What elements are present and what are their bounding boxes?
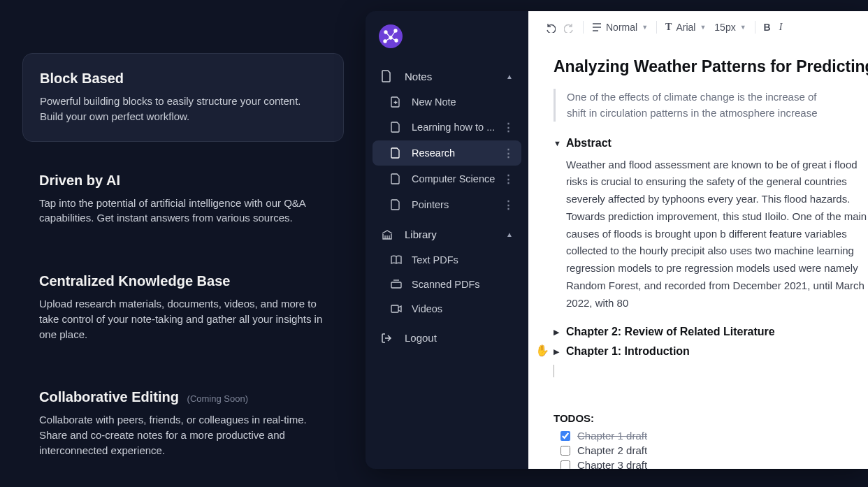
heading-abstract[interactable]: ▼ Abstract [554,137,868,150]
sidebar-item-computer-science[interactable]: Computer Science ⋮ [372,166,521,191]
feature-title: Centralized Knowledge Base [39,273,327,289]
nav-section-notes: Notes ▲ New Note Learning how to ... ⋮ [372,63,521,217]
svg-rect-6 [391,282,401,288]
paragraph-style-label: Normal [606,22,637,33]
library-icon [381,229,393,240]
todo-item[interactable]: Chapter 3 draft [560,459,868,469]
toggle-closed-icon[interactable]: ▶ [554,347,560,356]
collapse-icon: ▲ [506,73,513,80]
feature-card-driven-by-ai[interactable]: Driven by AI Tap into the potential of a… [22,156,344,243]
app-logo [378,24,521,49]
font-size-label: 15px [714,22,735,33]
chevron-down-icon: ▼ [700,24,706,31]
more-icon[interactable]: ⋮ [503,147,513,159]
more-icon[interactable]: ⋮ [503,173,513,185]
feature-card-block-based[interactable]: Block Based Powerful building blocks to … [22,53,344,142]
document-icon [391,122,402,133]
sidebar-item-label: Videos [412,303,442,314]
feature-desc: Powerful building blocks to easily struc… [40,94,326,124]
text-caret [554,365,868,377]
abstract-paragraph[interactable]: Weather and flood assessment are known t… [566,157,868,312]
scanner-icon [391,279,402,289]
todo-checkbox[interactable] [560,446,570,456]
chevron-down-icon: ▼ [740,24,746,31]
nav-header-notes[interactable]: Notes ▲ [372,63,521,89]
todos-block[interactable]: TODOS: Chapter 1 draft Chapter 2 draft C… [554,412,868,469]
toolbar-divider [755,21,755,34]
todo-text: Chapter 3 draft [577,459,647,469]
sidebar-item-label: Computer Science [412,173,495,184]
more-icon[interactable]: ⋮ [503,121,513,133]
toolbar-divider [656,21,657,34]
toolbar-divider [583,21,584,34]
heading-text: Abstract [566,137,612,150]
redo-button[interactable] [564,22,574,33]
italic-button[interactable]: I [779,22,783,33]
sidebar-item-text-pdfs[interactable]: Text PDFs [372,248,521,272]
font-icon: T [665,22,672,33]
nav-header-library[interactable]: Library ▲ [372,221,521,247]
font-size-dropdown[interactable]: 15px ▼ [714,22,746,33]
feature-desc: Tap into the potential of artificial int… [39,196,327,226]
bold-button[interactable]: B [764,22,771,33]
document-icon [391,199,402,210]
svg-rect-7 [391,305,398,312]
logout-label: Logout [405,332,437,344]
book-icon [391,255,402,265]
feature-list: Block Based Powerful building blocks to … [22,53,344,487]
block-quote[interactable]: One of the effects of climate change is … [554,89,868,122]
sidebar-item-videos[interactable]: Videos [372,297,521,321]
todos-heading: TODOS: [554,412,868,424]
sidebar: Notes ▲ New Note Learning how to ... ⋮ [366,11,528,469]
todo-checkbox[interactable] [560,431,570,441]
document-title[interactable]: Analyzing Weather Patterns for Predictin… [554,57,868,76]
feature-title: Driven by AI [39,173,327,189]
feature-desc: Collaborate with peers, friends, or coll… [39,412,327,458]
todo-text: Chapter 2 draft [577,444,647,456]
feature-card-collaborative-editing[interactable]: Collaborative Editing (Coming Soon) Coll… [22,372,344,474]
editor-toolbar: Normal ▼ T Arial ▼ 15px ▼ B I [528,11,868,43]
app-preview: Notes ▲ New Note Learning how to ... ⋮ [366,11,868,469]
toggle-closed-icon[interactable]: ▶ [554,328,560,337]
font-family-dropdown[interactable]: T Arial ▼ [665,22,706,33]
sidebar-item-label: Pointers [412,199,449,210]
sidebar-item-label: Learning how to ... [412,122,495,133]
sidebar-item-label: Scanned PDFs [412,279,480,290]
heading-chapter-1[interactable]: ✋ ▶ Chapter 1: Introduction [554,345,868,358]
document-body[interactable]: Analyzing Weather Patterns for Predictin… [528,43,868,469]
feature-card-knowledge-base[interactable]: Centralized Knowledge Base Upload resear… [22,256,344,358]
logout-button[interactable]: Logout [372,325,521,351]
todo-text: Chapter 1 draft [577,430,647,442]
feature-title-text: Collaborative Editing [39,389,179,405]
coming-soon-badge: (Coming Soon) [187,393,248,404]
more-icon[interactable]: ⋮ [503,198,513,211]
nav-header-label: Notes [405,71,432,82]
collapse-icon: ▲ [506,231,513,238]
todo-item[interactable]: Chapter 2 draft [560,444,868,456]
drag-cursor-icon: ✋ [535,344,549,357]
new-document-icon [391,96,402,108]
document-editor: Normal ▼ T Arial ▼ 15px ▼ B I Analyzing … [528,11,868,469]
heading-text: Chapter 1: Introduction [566,345,690,358]
sidebar-item-new-note[interactable]: New Note [372,90,521,114]
heading-chapter-2[interactable]: ▶ Chapter 2: Review of Related Literatur… [554,326,868,338]
feature-title: Block Based [40,71,326,87]
sidebar-item-pointers[interactable]: Pointers ⋮ [372,192,521,217]
sidebar-item-label: Text PDFs [412,254,458,266]
sidebar-item-research[interactable]: Research ⋮ [372,140,521,166]
video-icon [391,305,402,313]
feature-title: Collaborative Editing (Coming Soon) [39,389,327,405]
feature-desc: Upload research materials, documents, vi… [39,296,327,342]
document-icon [391,147,402,159]
nav-header-label: Library [405,228,437,240]
heading-text: Chapter 2: Review of Related Literature [566,326,775,338]
todo-checkbox[interactable] [560,460,570,469]
undo-button[interactable] [545,22,556,33]
sidebar-item-learning[interactable]: Learning how to ... ⋮ [372,115,521,140]
sidebar-item-label: New Note [412,96,456,108]
sidebar-item-scanned-pdfs[interactable]: Scanned PDFs [372,272,521,296]
todo-item[interactable]: Chapter 1 draft [560,430,868,442]
paragraph-style-dropdown[interactable]: Normal ▼ [592,22,648,33]
toggle-open-icon[interactable]: ▼ [554,139,560,147]
logout-icon [381,333,393,344]
